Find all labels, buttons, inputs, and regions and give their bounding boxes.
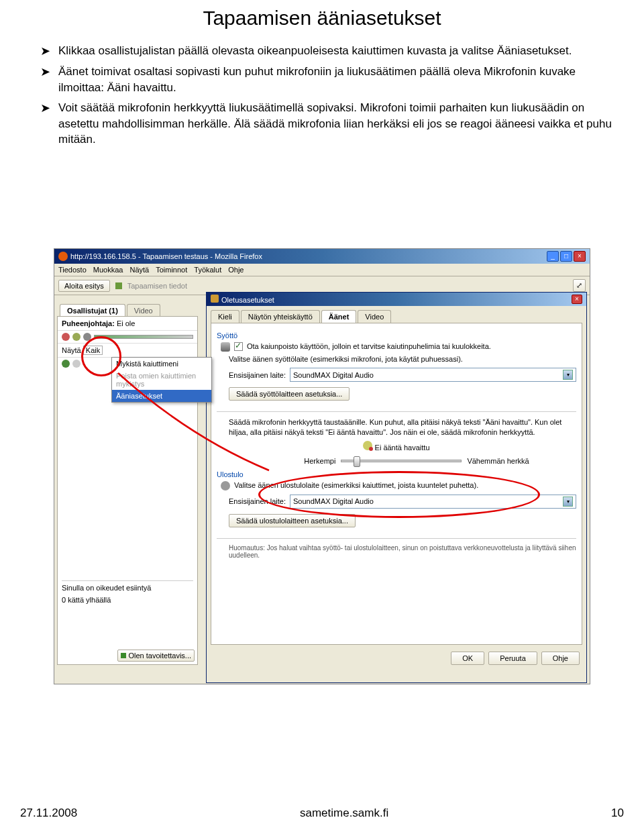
- echo-cancel-checkbox[interactable]: [234, 342, 243, 351]
- chair-value: Ei ole: [117, 319, 136, 327]
- dialog-footer: OK Peruuta Ohje: [207, 649, 586, 668]
- dialog-body: Syöttö Ota kaiunpoisto käyttöön, jolloin…: [211, 323, 582, 645]
- participants-panel: Puheenjohtaja: Ei ole Näytä Kaik Mykistä…: [57, 316, 198, 665]
- dialog-close-button[interactable]: ×: [572, 295, 582, 304]
- sensitivity-slider-row: Herkempi Vähemmän herkkä: [257, 457, 576, 465]
- slider-thumb[interactable]: [354, 456, 360, 467]
- bullet-arrow-icon: ➤: [40, 64, 50, 96]
- menu-bar: Tiedosto Muokkaa Näytä Toiminnot Työkalu…: [54, 264, 590, 276]
- hands-raised-text: 0 kättä ylhäällä: [62, 596, 193, 604]
- echo-cancel-label: Ota kaiunpoisto käyttöön, jolloin et tar…: [247, 342, 491, 350]
- footer-page: 10: [611, 807, 624, 820]
- left-tabs: Osallistujat (1) Video: [57, 301, 198, 317]
- input-section-header: Syöttö: [217, 331, 576, 340]
- rights-text: Sinulla on oikeudet esiintyä: [62, 584, 193, 592]
- annotation-red-oval: [258, 471, 540, 518]
- primary-input-label: Ensisijainen laite:: [229, 371, 286, 379]
- menu-file[interactable]: Tiedosto: [58, 266, 87, 274]
- footer-center: sametime.samk.fi: [300, 807, 388, 820]
- mic-toggle-icon[interactable]: [72, 333, 80, 341]
- bullet-list: ➤Klikkaa osallistujalistan päällä olevas…: [0, 43, 644, 172]
- less-sensitive-label: Vähemmän herkkä: [467, 457, 529, 465]
- page-footer: 27.11.2008 sametime.samk.fi 10: [20, 807, 624, 820]
- device-change-note: Huomautus: Jos haluat vaihtaa syöttö- ta…: [229, 544, 576, 559]
- firefox-icon: [58, 252, 68, 261]
- annotation-red-circle: [81, 336, 121, 376]
- user-icon: [72, 360, 80, 368]
- menu-actions[interactable]: Toiminnot: [156, 266, 187, 274]
- tab-language[interactable]: Kieli: [211, 310, 239, 323]
- menu-tools[interactable]: Työkalut: [194, 266, 221, 274]
- tab-video[interactable]: Video: [127, 304, 160, 317]
- sensitivity-description: Säädä mikrofonin herkkyyttä taustaäänill…: [229, 417, 576, 437]
- page-title: Tapaamisen ääniasetukset: [0, 0, 644, 43]
- menu-edit[interactable]: Muokkaa: [93, 266, 123, 274]
- cancel-button[interactable]: Peruuta: [488, 652, 537, 665]
- chevron-down-icon: ▾: [563, 497, 573, 507]
- close-button[interactable]: ×: [574, 251, 586, 262]
- bullet-arrow-icon: ➤: [40, 43, 50, 60]
- firefox-window: http://193.166.158.5 - Tapaamisen testau…: [54, 248, 590, 684]
- select-input-text: Valitse äänen syöttölaite (esimerkiksi m…: [229, 354, 576, 364]
- dialog-title-bar: Oletusasetukset ×: [207, 293, 586, 306]
- dialog-tabs: Kieli Näytön yhteiskäyttö Äänet Video: [207, 306, 586, 323]
- minimize-button[interactable]: _: [547, 251, 559, 262]
- menu-unmute-all: Poista omien kaiuttimien mykistys: [112, 370, 211, 390]
- bullet-text: Klikkaa osallistujalistan päällä olevast…: [58, 43, 572, 60]
- audio-icon-strip: [58, 331, 197, 343]
- primary-input-value: SoundMAX Digital Audio: [293, 371, 374, 379]
- sensitivity-slider[interactable]: [341, 460, 462, 462]
- menu-help[interactable]: Ohje: [228, 266, 244, 274]
- menu-view[interactable]: Näytä: [129, 266, 149, 274]
- start-presentation-button[interactable]: Aloita esitys: [58, 280, 110, 292]
- window-title: http://193.166.158.5 - Tapaamisen testau…: [70, 252, 262, 260]
- chair-label: Puheenjohtaja:: [62, 319, 115, 327]
- presence-square-icon: [121, 653, 126, 658]
- adjust-output-button[interactable]: Säädä ulostulolaitteen asetuksia...: [229, 514, 356, 527]
- menu-mute-mine[interactable]: Mykistä kaiuttimeni: [112, 358, 211, 370]
- status-dropdown[interactable]: Olen tavoitettavis...: [117, 650, 195, 662]
- expand-button[interactable]: ⤢: [573, 279, 586, 292]
- menu-audio-settings[interactable]: Ääniasetukset: [112, 390, 211, 402]
- adjust-input-button[interactable]: Säädä syöttölaitteen asetuksia...: [229, 387, 350, 401]
- bullet-text: Äänet toimivat osaltasi sopivasti kun pu…: [58, 64, 624, 96]
- speaker-icon: [221, 481, 230, 490]
- tab-audio[interactable]: Äänet: [321, 310, 357, 323]
- info-icon: [115, 282, 122, 289]
- bullet-arrow-icon: ➤: [40, 100, 50, 148]
- tab-video-settings[interactable]: Video: [358, 310, 391, 323]
- status-text: Olen tavoitettavis...: [128, 652, 191, 660]
- dialog-title: Oletusasetukset: [221, 296, 274, 304]
- primary-input-dropdown[interactable]: SoundMAX Digital Audio▾: [290, 368, 576, 382]
- chevron-down-icon: ▾: [563, 370, 573, 380]
- ok-button[interactable]: OK: [451, 652, 484, 665]
- more-sensitive-label: Herkempi: [304, 457, 335, 465]
- no-sound-text: Ei ääntä havaittu: [375, 444, 430, 452]
- footer-date: 27.11.2008: [20, 807, 77, 820]
- help-button[interactable]: Ohje: [541, 652, 580, 665]
- tab-screenshare[interactable]: Näytön yhteiskäyttö: [241, 310, 320, 323]
- speaker-context-menu: Mykistä kaiuttimeni Poista omien kaiutti…: [111, 357, 212, 403]
- meeting-info-label: Tapaamisen tiedot: [127, 282, 187, 290]
- show-label: Näytä: [62, 346, 81, 354]
- presence-icon: [62, 360, 70, 368]
- gear-icon: [211, 295, 219, 303]
- settings-dialog: Oletusasetukset × Kieli Näytön yhteiskäy…: [206, 292, 587, 683]
- maximize-button[interactable]: □: [560, 251, 572, 262]
- window-title-bar: http://193.166.158.5 - Tapaamisen testau…: [54, 249, 590, 264]
- microphone-icon: [221, 342, 230, 352]
- tab-participants[interactable]: Osallistujat (1): [60, 304, 125, 317]
- record-icon[interactable]: [62, 333, 70, 341]
- no-sound-icon: [363, 441, 372, 450]
- bullet-text: Voit säätää mikrofonin herkkyyttä liukus…: [58, 100, 624, 148]
